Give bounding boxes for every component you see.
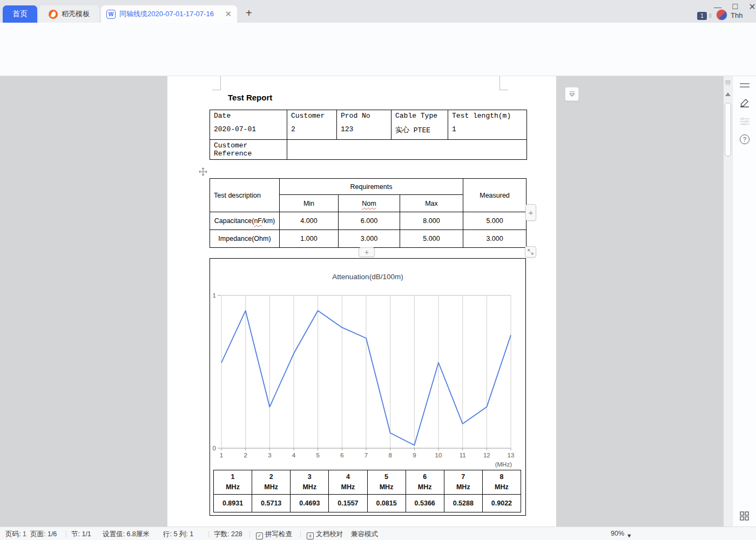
req-cell[interactable]: 5.000 [463, 212, 526, 230]
margin-mark [500, 76, 508, 90]
req-cell[interactable]: 5.000 [400, 230, 463, 248]
add-column-button[interactable]: + [525, 204, 536, 221]
tab-bar: 首页 稻壳模板 W 同轴线缆2020-07-01-17-07-16 ✕ + — … [0, 0, 756, 23]
req-header-description[interactable]: Test description [210, 179, 280, 212]
info-table[interactable]: Date2020-07-01 Customer2 Prod No123 Cabl… [210, 110, 527, 160]
scrollbar-thumb[interactable] [725, 103, 731, 157]
badge-divider: ‖ [709, 12, 712, 19]
status-word-count[interactable]: 字数: 228 [214, 530, 242, 539]
req-row-capacitance[interactable]: Capacitance(nF/km) [210, 212, 280, 230]
collapse-icon [569, 91, 576, 97]
table-resize-handle[interactable] [525, 246, 536, 258]
measurement-cell[interactable]: 0.5366 [406, 495, 444, 512]
req-cell[interactable]: 4.000 [280, 212, 339, 230]
cell-value: 123 [341, 125, 387, 133]
req-cell[interactable]: 3.000 [463, 230, 526, 248]
req-header-measured[interactable]: Measured [463, 179, 526, 212]
close-tab-icon[interactable]: ✕ [225, 9, 232, 19]
doc-heading[interactable]: Test Report [228, 93, 272, 102]
req-cell[interactable]: 3.000 [339, 230, 400, 248]
new-tab-button[interactable]: + [246, 8, 252, 18]
tab-document[interactable]: W 同轴线缆2020-07-01-17-07-16 ✕ [101, 5, 237, 23]
tab-templates-label: 稻壳模板 [62, 9, 90, 19]
x-tick-label: 4 [292, 452, 296, 458]
hide-toolbar-button[interactable] [565, 87, 579, 101]
freq-header-cell[interactable]: 2MHz [252, 470, 291, 495]
vertical-scrollbar[interactable] [724, 76, 732, 526]
chart-frame[interactable]: Attenuation(dB/100m) 1234567891011121310… [210, 258, 526, 516]
status-pages[interactable]: 页面: 1/6 [30, 530, 57, 539]
status-line-col: 行: 5 列: 1 [163, 530, 193, 539]
req-header-nom[interactable]: Nom [339, 195, 400, 212]
doc-proof-button[interactable]: x文档校对 [307, 530, 343, 539]
freq-header-cell[interactable]: 7MHz [444, 470, 482, 495]
freq-header-cell[interactable]: 8MHz [482, 470, 521, 495]
info-cell-prodno[interactable]: Prod No123 [337, 110, 392, 140]
freq-header-cell[interactable]: 3MHz [291, 470, 329, 495]
freq-header-cell[interactable]: 6MHz [406, 470, 444, 495]
req-header-requirements[interactable]: Requirements [280, 179, 463, 195]
margin-mark [212, 76, 221, 90]
info-cell-customer-ref-value[interactable] [287, 140, 527, 160]
notification-badge[interactable]: 1 [697, 12, 707, 20]
freq-value: 8 [500, 473, 503, 481]
cell-label: Test length(m) [452, 112, 523, 120]
freq-value: 5 [384, 473, 388, 481]
req-cell[interactable]: 6.000 [339, 212, 400, 230]
info-cell-date[interactable]: Date2020-07-01 [210, 110, 287, 140]
spell-check-button[interactable]: ✓拼写检查 [256, 530, 292, 539]
table-move-handle-icon[interactable] [199, 167, 207, 176]
frequency-table[interactable]: 1MHz2MHz3MHz4MHz5MHz6MHz7MHz8MHz0.89310.… [213, 470, 521, 512]
side-panel-strip: ? [732, 76, 756, 526]
req-cell[interactable]: 8.000 [400, 212, 463, 230]
freq-unit: MHz [380, 483, 394, 491]
measurement-cell[interactable]: 0.9022 [482, 495, 521, 512]
tab-templates[interactable]: 稻壳模板 [39, 5, 99, 23]
measurement-cell[interactable]: 0.5713 [252, 495, 291, 512]
info-cell-customer[interactable]: Customer2 [287, 110, 337, 140]
add-row-button[interactable]: + [359, 247, 375, 257]
req-header-max[interactable]: Max [400, 195, 463, 212]
tab-document-label: 同轴线缆2020-07-01-17-07-16 [119, 9, 214, 19]
measurement-cell[interactable]: 0.0815 [367, 495, 406, 512]
app-grid-icon[interactable] [740, 511, 749, 521]
x-axis-unit-label: (MHz) [495, 461, 512, 468]
window-close-button[interactable]: ✕ [745, 1, 756, 13]
info-cell-testlength[interactable]: Test length(m)1 [448, 110, 527, 140]
freq-header-cell[interactable]: 4MHz [329, 470, 367, 495]
username-label[interactable]: Thh [731, 11, 742, 19]
tab-home[interactable]: 首页 [3, 5, 37, 23]
compat-mode-label[interactable]: 兼容模式 [351, 530, 378, 539]
help-icon[interactable]: ? [740, 134, 750, 144]
tab-home-label: 首页 [12, 9, 28, 19]
zoom-percent-label[interactable]: 90% [611, 530, 624, 537]
docer-icon [49, 10, 58, 19]
req-cell[interactable]: 1.000 [280, 230, 339, 248]
panel-lines-icon[interactable] [740, 83, 750, 88]
measurement-cell[interactable]: 0.1557 [329, 495, 367, 512]
avatar[interactable] [716, 9, 727, 21]
req-row-impedance[interactable]: Impedance(Ohm) [210, 230, 280, 248]
annotate-pen-icon[interactable] [740, 98, 750, 107]
x-tick-label: 7 [364, 452, 368, 458]
cell-label: Date [214, 112, 283, 120]
ribbon-toolbar: 粘贴 ▾ 剪切 复制 格式刷 宋体▾ 小四▾ A+ A− wén文 ▾ B I … [0, 41, 756, 76]
zoom-caret-icon[interactable]: ▾ [627, 531, 631, 539]
freq-header-cell[interactable]: 5MHz [367, 470, 406, 495]
cell-label: Prod No [341, 112, 387, 120]
measurement-cell[interactable]: 0.8931 [214, 495, 252, 512]
freq-value: 1 [231, 473, 235, 481]
freq-header-cell[interactable]: 1MHz [214, 470, 252, 495]
scroll-up-icon[interactable] [725, 92, 731, 96]
status-section: 节: 1/1 [71, 530, 91, 539]
info-cell-cabletype[interactable]: Cable Type实心 PTEE [392, 110, 448, 140]
requirements-table[interactable]: Test description Requirements Measured M… [210, 178, 526, 248]
x-tick-label: 13 [508, 452, 515, 458]
info-cell-customer-ref[interactable]: Customer Reference [210, 140, 287, 160]
measurement-cell[interactable]: 0.4693 [291, 495, 329, 512]
measurement-cell[interactable]: 0.5288 [444, 495, 482, 512]
req-header-min[interactable]: Min [280, 195, 339, 212]
freq-value: 6 [423, 473, 427, 481]
freq-unit: MHz [341, 483, 355, 491]
nom-label: Nom [362, 200, 376, 207]
